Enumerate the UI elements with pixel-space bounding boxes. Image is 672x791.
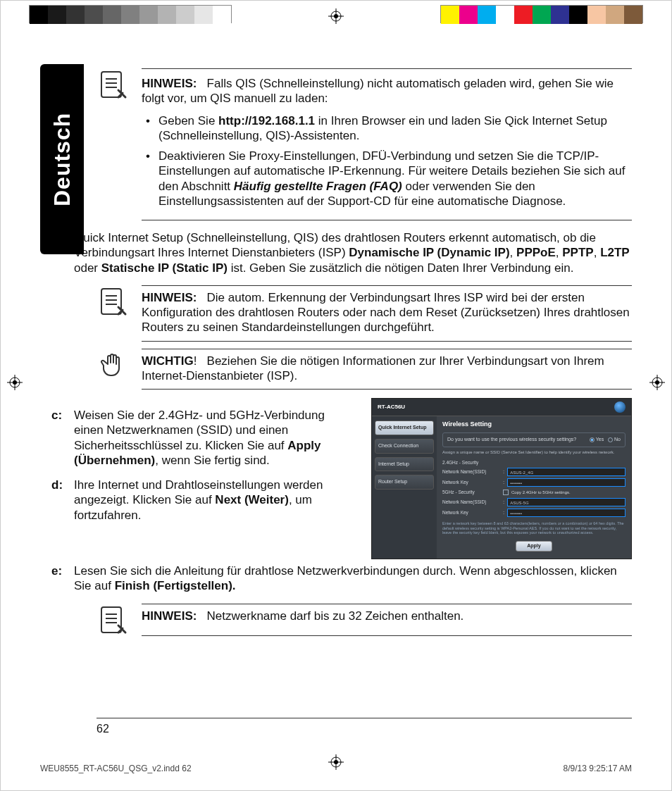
section-24ghz: 2.4GHz - Security [442, 460, 503, 466]
footer-timestamp: 8/9/13 9:25:17 AM [564, 764, 632, 773]
router-panel: Wireless Setting Do you want to use the … [437, 416, 631, 559]
ssid-24-input[interactable]: ASUS-2_4G [507, 468, 626, 476]
panel-title: Wireless Setting [442, 421, 626, 428]
two-column: c: Weisen Sie der 2.4GHz- und 5GHz-Verbi… [51, 398, 632, 559]
step-e: e: Lesen Sie sich die Anleitung für drah… [51, 563, 632, 594]
note-text: HINWEIS: Die autom. Erkennung der Verbin… [142, 285, 632, 342]
step-text: Lesen Sie sich die Anleitung für drahtlo… [74, 563, 632, 594]
step-text: Quick Internet Setup (Schnelleinstellung… [74, 230, 632, 275]
router-screenshot: RT-AC56U Quick Internet Setup Check Conn… [371, 398, 632, 559]
note-label: HINWEIS: [142, 291, 197, 304]
note-block: HINWEIS: Falls QIS (Schnelleinstellung) … [97, 68, 632, 220]
language-tab: Deutsch [40, 64, 84, 254]
hand-stop-icon [97, 349, 129, 381]
apply-button[interactable]: Apply [516, 541, 552, 552]
important-block: WICHTIG! Beziehen Sie die nötigen Inform… [97, 349, 632, 390]
radio-yes[interactable] [590, 437, 595, 442]
key-5-input[interactable]: •••••••• [507, 509, 626, 517]
note-icon [97, 604, 129, 636]
note-text: HINWEIS: Netzwerkname darf bis zu 32 Zei… [142, 604, 632, 636]
note-label: HINWEIS: [142, 609, 197, 623]
step-d: d: Ihre Internet und Drahtloseinstellung… [51, 478, 357, 523]
note-icon [97, 285, 129, 318]
step-text: Ihre Internet und Drahtloseinstellungen … [74, 478, 357, 523]
key-label: Network Key [442, 480, 503, 485]
key-help-text: Enter a network key between 8 and 63 cha… [442, 521, 626, 536]
registration-mark-icon [649, 374, 666, 391]
sidebar-item-qis[interactable]: Quick Internet Setup [375, 421, 434, 435]
ssid-hint: Assign a unique name or SSID (Service Se… [442, 450, 626, 456]
step-c: c: Weisen Sie der 2.4GHz- und 5GHz-Verbi… [51, 408, 357, 468]
svg-rect-9 [101, 289, 121, 314]
note-block: HINWEIS: Die autom. Erkennung der Verbin… [97, 285, 632, 342]
radio-no[interactable] [608, 437, 613, 442]
color-swatch-bar-right [440, 5, 643, 23]
previous-settings-question: Do you want to use the previous wireless… [442, 432, 626, 447]
copy-checkbox[interactable] [503, 490, 509, 495]
important-text: WICHTIG! Beziehen Sie die nötigen Inform… [142, 349, 632, 390]
ssid-label: Network Name(SSID) [442, 499, 503, 505]
note-text: HINWEIS: Falls QIS (Schnelleinstellung) … [142, 68, 632, 220]
section-5ghz: 5GHz - Security [442, 490, 503, 495]
sidebar-item-check[interactable]: Check Connection [375, 439, 434, 454]
step-label: d: [51, 478, 67, 523]
key-24-input[interactable]: •••••••• [507, 478, 626, 487]
note-lead: Falls QIS (Schnelleinstellung) nicht aut… [142, 77, 614, 105]
note-block: HINWEIS: Netzwerkname darf bis zu 32 Zei… [97, 604, 632, 636]
bullet-item: Geben Sie http://192.168.1.1 in Ihren Br… [144, 113, 632, 144]
ssid-label: Network Name(SSID) [442, 469, 503, 475]
svg-rect-10 [101, 607, 121, 633]
print-footer: WEU8555_RT-AC56U_QSG_v2.indd 62 8/9/13 9… [40, 764, 632, 773]
sidebar-item-internet[interactable]: Internet Setup [375, 457, 434, 472]
step-text: Weisen Sie der 2.4GHz- und 5GHz-Verbindu… [74, 408, 357, 468]
note-label: HINWEIS: [142, 77, 197, 90]
bullet-item: Deaktivieren Sie Proxy-Einstellungen, DF… [144, 149, 632, 208]
ssid-5-input[interactable]: ASUS-5G [507, 498, 626, 506]
content: Deutsch HINWEIS: Falls QIS (Schnelleinst… [40, 64, 632, 640]
globe-icon [614, 401, 626, 413]
step-label: e: [51, 563, 67, 594]
page: Deutsch HINWEIS: Falls QIS (Schnelleinst… [0, 0, 672, 791]
key-label: Network Key [442, 510, 503, 516]
footer-filename: WEU8555_RT-AC56U_QSG_v2.indd 62 [40, 764, 192, 773]
step-b: b: Quick Internet Setup (Schnelleinstell… [51, 230, 632, 275]
step-label: c: [51, 408, 67, 468]
registration-mark-icon [6, 374, 23, 391]
page-number: 62 [97, 718, 632, 735]
note-icon [97, 68, 129, 101]
sidebar-item-router-setup[interactable]: Router Setup [375, 475, 434, 490]
important-label: WICHTIG [142, 354, 194, 368]
router-sidebar: Quick Internet Setup Check Connection In… [372, 416, 437, 559]
registration-mark-icon [328, 8, 344, 25]
color-swatch-bar-left [29, 5, 232, 23]
svg-rect-8 [101, 72, 121, 97]
router-brand: RT-AC56U [378, 404, 405, 411]
